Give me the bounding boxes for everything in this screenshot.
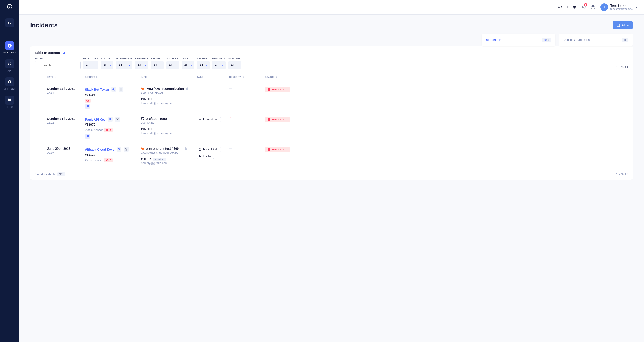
svg-rect-49 xyxy=(185,148,187,150)
col-status[interactable]: STATUS⇅ xyxy=(265,76,298,80)
tab-policy-breaks[interactable]: POLICY BREAKS 0 xyxy=(559,34,633,46)
clipboard-badge xyxy=(85,134,90,139)
tag-chip[interactable]: Test file xyxy=(197,154,214,159)
notifications[interactable]: 3 xyxy=(582,5,586,10)
filter-validity[interactable]: All xyxy=(151,61,164,69)
filter-assignee[interactable]: All xyxy=(228,61,241,69)
zoom-icon[interactable] xyxy=(108,117,113,122)
filter-label: FILTER xyxy=(35,57,80,60)
svg-rect-37 xyxy=(87,135,88,135)
alert-icon xyxy=(5,41,14,50)
row-date: October 11th, 2021 xyxy=(47,117,85,120)
row-checkbox[interactable] xyxy=(35,147,38,150)
nav-label: API xyxy=(8,70,12,72)
svg-point-35 xyxy=(107,130,108,131)
nav-incidents[interactable]: INCIDENTS xyxy=(0,39,19,57)
severity-none: — xyxy=(229,87,232,90)
secret-name[interactable]: RapidAPI Key xyxy=(85,118,106,121)
zoom-icon[interactable] xyxy=(116,147,122,152)
occurrence-badge: 2 xyxy=(104,128,113,132)
lock-icon xyxy=(186,87,188,90)
pagination-top: 1 – 3 of 3 xyxy=(616,66,628,69)
commit-user: tSMITH xyxy=(141,127,197,131)
gear-icon xyxy=(5,78,14,86)
svg-point-22 xyxy=(88,100,88,101)
download-icon[interactable] xyxy=(62,51,66,55)
wall-of-label: WALL OF xyxy=(558,6,572,9)
commit-email: tom.smith@company.com xyxy=(141,131,197,135)
table-row[interactable]: October 12th, 2021 17:34 Slack Bot Token… xyxy=(30,83,633,113)
filter-severity[interactable]: All xyxy=(197,61,209,69)
svg-rect-9 xyxy=(617,24,620,27)
search-input[interactable] xyxy=(35,61,80,69)
svg-rect-53 xyxy=(269,149,269,150)
svg-rect-25 xyxy=(186,88,188,90)
col-severity[interactable]: SEVERITY⇅ xyxy=(229,76,265,80)
action-icon[interactable] xyxy=(124,147,128,152)
secret-id: #23105 xyxy=(85,93,141,97)
secret-name[interactable]: Slack Bot Token xyxy=(85,88,109,91)
file-path: 99543TestFile.txt xyxy=(141,91,197,94)
tab-count: 0 xyxy=(622,38,628,42)
filter-integration[interactable]: All xyxy=(116,61,132,69)
action-icon[interactable] xyxy=(115,117,120,122)
nav-label: DOCS xyxy=(6,106,13,108)
status-badge: TRIGGERED xyxy=(265,87,290,92)
tab-secrets[interactable]: SECRETS 3/3 xyxy=(482,34,556,46)
table-row[interactable]: October 11th, 2021 12:21 RapidAPI Key #2… xyxy=(30,113,633,143)
status-badge: TRIGGERED xyxy=(265,117,290,122)
filter-status[interactable]: All xyxy=(100,61,113,69)
filter-tags[interactable]: All xyxy=(182,61,194,69)
code-icon xyxy=(5,59,14,68)
panel-footer: Secret incidents 3/3 1 – 3 of 3 xyxy=(30,169,633,179)
col-secret[interactable]: SECRET⇅ xyxy=(85,76,141,80)
filter-label: ASSIGNEE xyxy=(228,57,241,60)
svg-point-8 xyxy=(593,8,594,9)
filter-detectors[interactable]: All xyxy=(83,61,98,69)
row-checkbox[interactable] xyxy=(35,87,38,90)
repo-name[interactable]: PRM / QA_secretInjection xyxy=(141,87,197,90)
svg-line-30 xyxy=(110,120,111,120)
footer-count: 3/3 xyxy=(58,172,65,176)
svg-rect-27 xyxy=(269,89,269,90)
tabs: SECRETS 3/3 POLICY BREAKS 0 xyxy=(19,34,644,46)
status-badge: TRIGGERED xyxy=(265,147,290,152)
repo-name[interactable]: prm-onprem-test / 500-... xyxy=(141,147,197,150)
col-tags: TAGS xyxy=(197,76,229,80)
row-checkbox[interactable] xyxy=(35,117,38,120)
occurrence-badge: 2 xyxy=(104,158,113,162)
secret-name[interactable]: Alibaba Cloud Keys xyxy=(85,148,114,151)
commit-user: GitHub+1 other xyxy=(141,157,197,161)
select-all-checkbox[interactable] xyxy=(35,76,38,80)
filter-presence[interactable]: All xyxy=(135,61,148,69)
date-filter[interactable]: All ▾ xyxy=(613,21,633,29)
filter-feedback[interactable]: All xyxy=(212,61,226,69)
wall-of-love[interactable]: WALL OF xyxy=(558,6,576,9)
tag-chip[interactable]: From histori... xyxy=(197,147,221,152)
nav-settings[interactable]: SETTINGS xyxy=(0,75,19,93)
table-row[interactable]: June 29th, 2018 09:57 Alibaba Cloud Keys… xyxy=(30,143,633,169)
nav-label: SETTINGS xyxy=(3,88,16,90)
zoom-icon[interactable] xyxy=(111,87,116,92)
filter-label: SEVERITY xyxy=(197,57,209,60)
tag-chip[interactable]: Exposed pu... xyxy=(197,117,221,122)
clipboard-badge xyxy=(85,104,90,109)
filter-label: VALIDITY xyxy=(151,57,164,60)
col-date[interactable]: DATE▴ xyxy=(47,76,85,80)
action-icon[interactable] xyxy=(118,87,124,92)
nav-docs[interactable]: DOCS xyxy=(0,93,19,111)
commit-email: noreply@github.com xyxy=(141,161,197,165)
row-time: 17:34 xyxy=(47,91,85,94)
help-icon[interactable] xyxy=(591,5,595,9)
workspace-badge[interactable]: G xyxy=(5,18,14,27)
footer-label: Secret incidents xyxy=(35,173,56,176)
filter-label: STATUS xyxy=(100,57,113,60)
page-header: Incidents All ▾ xyxy=(19,15,644,34)
user-menu[interactable]: T Tom Smith tom.smith@comp... ▾ xyxy=(600,3,637,11)
pagination-bottom: 1 – 3 of 3 xyxy=(616,173,628,176)
svg-rect-54 xyxy=(269,150,269,150)
repo-name[interactable]: org/auth_repo xyxy=(141,117,197,120)
extra-sources[interactable]: +1 other xyxy=(153,158,166,161)
filter-sources[interactable]: All xyxy=(166,61,179,69)
nav-api[interactable]: API xyxy=(0,57,19,75)
